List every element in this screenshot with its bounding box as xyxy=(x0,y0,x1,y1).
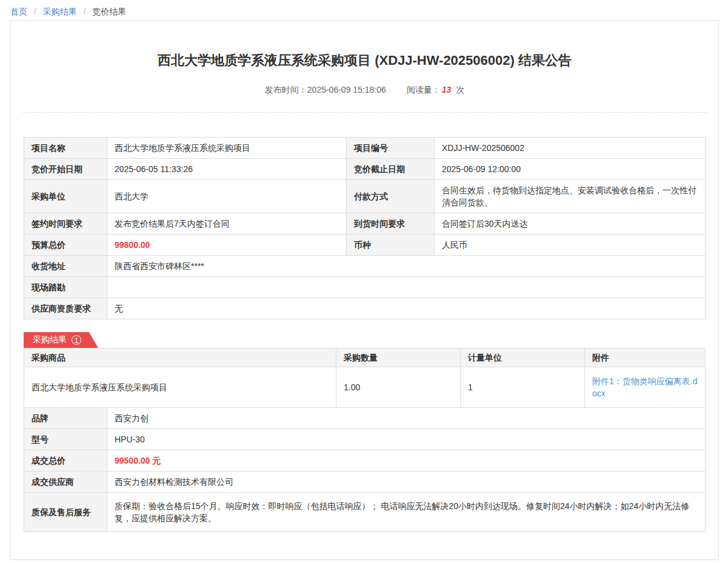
table-row: 预算总价 99800.00 币种 人民币 xyxy=(24,235,706,256)
info-label: 竞价开始日期 xyxy=(24,159,107,180)
table-row: 成交供应商 西安力创材料检测技术有限公司 xyxy=(24,471,706,493)
product-name: 西北大学地质学系液压系统采购项目 xyxy=(24,367,336,408)
dashed-divider xyxy=(23,112,706,113)
detail-label: 品牌 xyxy=(24,408,107,429)
info-label: 签约时间要求 xyxy=(24,213,107,235)
table-row: 品牌 西安力创 xyxy=(24,408,706,429)
column-header-product: 采购商品 xyxy=(24,348,336,367)
table-row: 供应商资质要求 无 xyxy=(24,298,706,319)
info-value xyxy=(107,277,706,298)
deal-total-price: 99500.00 元 xyxy=(107,450,706,471)
table-row: 竞价开始日期 2025-06-05 11:33:26 竞价截止日期 2025-0… xyxy=(24,159,706,180)
breadcrumb-current: 竞价结果 xyxy=(92,7,126,16)
meta-line: 发布时间：2025-06-09 15:18:06 阅读量：13 次 xyxy=(23,85,706,96)
table-row: 收货地址 陕西省西安市碑林区**** xyxy=(24,256,706,277)
table-row: 质保及售后服务 质保期：验收合格后15个月。响应时效：即时响应（包括电话响应）；… xyxy=(24,493,706,532)
breadcrumb-separator: / xyxy=(84,7,86,16)
page-title: 西北大学地质学系液压系统采购项目 (XDJJ-HW-202506002) 结果公… xyxy=(41,52,688,69)
detail-label: 成交供应商 xyxy=(24,471,107,493)
info-label: 收货地址 xyxy=(24,256,107,277)
detail-value: 西安力创材料检测技术有限公司 xyxy=(107,471,706,493)
info-value: 合同生效后，待货物到达指定地点、安装调试验收合格后，一次性付清合同货款。 xyxy=(435,180,706,213)
read-count: 13 xyxy=(442,85,452,95)
column-header-quantity: 采购数量 xyxy=(336,348,461,367)
info-label: 竞价截止日期 xyxy=(347,159,435,180)
info-value: 人民币 xyxy=(435,235,706,256)
publish-time: 2025-06-09 15:18:06 xyxy=(307,85,386,95)
info-value: 陕西省西安市碑林区**** xyxy=(107,256,706,277)
detail-value: 西安力创 xyxy=(107,408,706,429)
project-info-table: 项目名称 西北大学地质学系液压系统采购项目 项目编号 XDJJ-HW-20250… xyxy=(24,137,706,319)
announcement-card: 西北大学地质学系液压系统采购项目 (XDJJ-HW-202506002) 结果公… xyxy=(10,20,719,560)
info-label: 项目编号 xyxy=(347,138,435,159)
table-row: 成交总价 99500.00 元 xyxy=(24,450,706,471)
table-row: 采购单位 西北大学 付款方式 合同生效后，待货物到达指定地点、安装调试验收合格后… xyxy=(24,180,706,213)
table-row: 型号 HPU-30 xyxy=(24,429,706,450)
attachment-link[interactable]: 附件1：货物类响应偏离表.docx xyxy=(592,376,697,398)
detail-label: 成交总价 xyxy=(24,450,107,471)
table-header-row: 采购商品 采购数量 计量单位 附件 xyxy=(24,348,706,367)
info-value: 西北大学地质学系液压系统采购项目 xyxy=(107,138,347,159)
result-detail-table: 品牌 西安力创 型号 HPU-30 成交总价 99500.00 元 成交供应商 … xyxy=(24,407,706,532)
info-label: 供应商资质要求 xyxy=(24,298,107,319)
column-header-attachment: 附件 xyxy=(585,348,706,367)
info-label: 采购单位 xyxy=(24,180,107,213)
result-table: 采购商品 采购数量 计量单位 附件 西北大学地质学系液压系统采购项目 1.00 … xyxy=(24,348,706,408)
info-value: 无 xyxy=(107,298,706,319)
info-value: 发布竞价结果后7天内签订合同 xyxy=(107,213,347,235)
table-row: 签约时间要求 发布竞价结果后7天内签订合同 到货时间要求 合同签订后30天内送达 xyxy=(24,213,706,235)
badge-count: 1 xyxy=(72,335,81,345)
detail-value: HPU-30 xyxy=(107,429,706,450)
product-unit: 1 xyxy=(461,367,585,408)
detail-value: 质保期：验收合格后15个月。响应时效：即时响应（包括电话响应）； 电话响应无法解… xyxy=(107,493,706,532)
read-count-unit: 次 xyxy=(456,85,464,95)
badge-label: 采购结果 xyxy=(33,335,67,345)
detail-label: 型号 xyxy=(24,429,107,450)
publish-time-label: 发布时间： xyxy=(265,85,307,95)
breadcrumb: 首页 / 采购结果 / 竞价结果 xyxy=(0,0,728,20)
breadcrumb-procurement-results[interactable]: 采购结果 xyxy=(43,7,77,16)
budget-total-value: 99800.00 xyxy=(107,235,347,256)
info-value: XDJJ-HW-202506002 xyxy=(435,138,706,159)
info-label: 项目名称 xyxy=(24,138,107,159)
breadcrumb-separator: / xyxy=(34,7,36,16)
info-label: 币种 xyxy=(347,235,435,256)
table-row: 西北大学地质学系液压系统采购项目 1.00 1 附件1：货物类响应偏离表.doc… xyxy=(24,367,706,408)
table-row: 项目名称 西北大学地质学系液压系统采购项目 项目编号 XDJJ-HW-20250… xyxy=(24,138,706,159)
detail-label: 质保及售后服务 xyxy=(24,493,107,532)
info-value: 合同签订后30天内送达 xyxy=(435,213,706,235)
info-value: 2025-06-05 11:33:26 xyxy=(107,159,347,180)
info-label: 现场踏勘 xyxy=(24,277,107,298)
read-count-label: 阅读量： xyxy=(407,85,441,95)
breadcrumb-home[interactable]: 首页 xyxy=(10,7,27,16)
info-label: 付款方式 xyxy=(347,180,435,213)
column-header-unit: 计量单位 xyxy=(461,348,585,367)
info-label: 预算总价 xyxy=(24,235,107,256)
info-value: 西北大学 xyxy=(107,180,347,213)
info-value: 2025-06-09 12:00:00 xyxy=(435,159,706,180)
info-label: 到货时间要求 xyxy=(347,213,435,235)
product-quantity: 1.00 xyxy=(336,367,461,408)
table-row: 现场踏勘 xyxy=(24,277,706,298)
